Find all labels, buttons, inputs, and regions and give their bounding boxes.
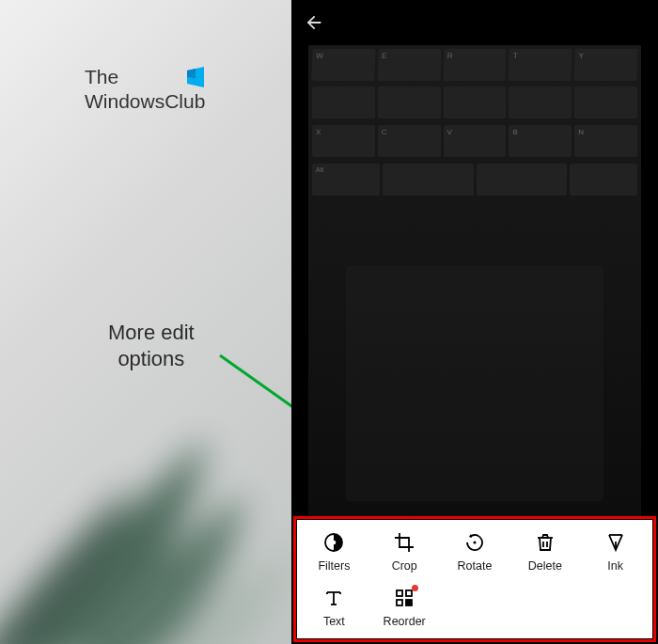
reorder-badge-icon xyxy=(412,585,418,591)
text-label: Text xyxy=(323,615,345,628)
callout-line1: More edit xyxy=(108,320,195,346)
phone-topbar xyxy=(291,0,658,45)
ink-icon xyxy=(603,530,628,555)
trash-icon xyxy=(533,530,557,555)
watermark: The WindowsClub xyxy=(85,64,209,113)
article-background: The WindowsClub More edit options xyxy=(0,0,291,644)
rotate-icon xyxy=(462,530,487,555)
svg-rect-7 xyxy=(406,590,412,596)
watermark-text: The WindowsClub xyxy=(85,64,209,113)
crop-button[interactable]: Crop xyxy=(369,524,440,579)
svg-point-4 xyxy=(332,541,337,545)
filters-icon xyxy=(321,530,346,555)
reorder-label: Reorder xyxy=(384,615,426,628)
text-icon xyxy=(321,586,346,610)
windowsclub-logo-icon xyxy=(182,64,209,90)
back-icon[interactable] xyxy=(301,9,327,36)
svg-marker-1 xyxy=(187,69,196,78)
svg-rect-8 xyxy=(397,600,402,605)
scanned-document-preview[interactable]: WERTY XCVBN Alt xyxy=(308,45,641,519)
svg-rect-6 xyxy=(397,590,402,596)
rotate-button[interactable]: Rotate xyxy=(440,524,510,579)
text-button[interactable]: Text xyxy=(299,579,369,635)
rotate-label: Rotate xyxy=(458,559,493,573)
delete-label: Delete xyxy=(528,559,562,573)
svg-point-5 xyxy=(473,541,476,543)
crop-label: Crop xyxy=(392,559,417,573)
background-leaves xyxy=(0,324,291,644)
reorder-button[interactable]: Reorder xyxy=(369,579,440,635)
svg-rect-9 xyxy=(406,600,412,605)
keyboard-photo: WERTY XCVBN Alt xyxy=(308,45,641,233)
callout-label: More edit options xyxy=(108,320,195,371)
ink-label: Ink xyxy=(607,559,623,573)
crop-icon xyxy=(392,530,416,555)
trackpad-photo xyxy=(346,266,603,501)
filters-button[interactable]: Filters xyxy=(299,524,369,579)
reorder-icon xyxy=(392,586,416,610)
watermark-line1: The xyxy=(85,66,118,88)
filters-label: Filters xyxy=(318,559,350,573)
delete-button[interactable]: Delete xyxy=(509,524,580,579)
edit-toolbar: Filters Crop Rotate xyxy=(297,520,652,638)
ink-button[interactable]: Ink xyxy=(580,524,650,579)
watermark-line2: WindowsClub xyxy=(85,90,205,112)
callout-line2: options xyxy=(108,346,195,372)
edit-toolbar-area: Filters Crop Rotate xyxy=(291,516,658,644)
